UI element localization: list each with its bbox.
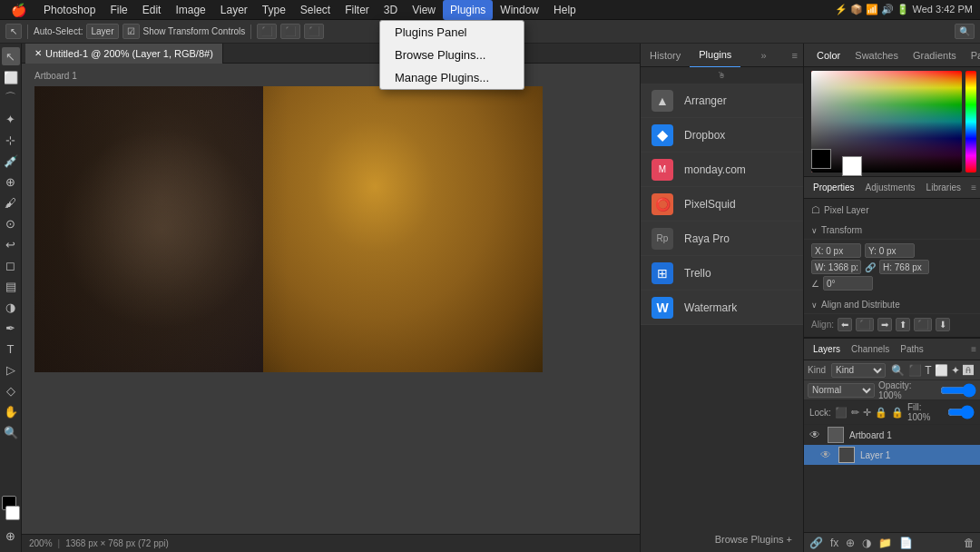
lock-position-icon[interactable]: ✛ [863, 407, 871, 419]
menu-help[interactable]: Help [546, 0, 583, 20]
transform-section[interactable]: Transform [804, 222, 980, 240]
w-input[interactable] [811, 260, 861, 274]
layers-panel-menu[interactable]: ≡ [971, 344, 976, 354]
layer1-visibility-icon[interactable]: 👁 [820, 448, 833, 461]
menu-window[interactable]: Window [493, 0, 546, 20]
menu-edit[interactable]: Edit [135, 0, 169, 20]
history-tab[interactable]: History [641, 44, 690, 67]
align-right[interactable]: ⬛ [304, 24, 324, 39]
canvas-inner[interactable]: Artboard 1 [22, 64, 640, 534]
blend-mode-select[interactable]: Normal [808, 383, 875, 398]
tool-hand[interactable]: ✋ [2, 402, 20, 420]
menu-plugins[interactable]: Plugins [443, 0, 493, 20]
plugins-tab[interactable]: Plugins [690, 44, 740, 68]
color-tab[interactable]: Color [809, 44, 848, 67]
layers-tab[interactable]: Layers [808, 339, 846, 360]
paths-tab[interactable]: Paths [895, 339, 929, 360]
align-bottom-btn[interactable]: ⬇ [936, 318, 950, 331]
align-top-btn[interactable]: ⬆ [896, 318, 910, 331]
lock-pixels-icon[interactable]: ✏ [851, 407, 859, 419]
toolbar-move-icon[interactable]: ↖ [5, 24, 22, 39]
canvas-tab[interactable]: ✕ Untitled-1 @ 200% (Layer 1, RGB/8#) [25, 44, 223, 64]
gradients-tab[interactable]: Gradients [906, 44, 964, 67]
new-group-icon[interactable]: 📁 [878, 537, 892, 549]
search-layers-icon[interactable]: 🔍 [891, 364, 905, 377]
menu-select[interactable]: Select [293, 0, 338, 20]
y-input[interactable] [865, 243, 915, 258]
tool-pen[interactable]: ✒ [2, 319, 20, 337]
fill-slider[interactable] [947, 407, 975, 418]
align-center-v-btn[interactable]: ⬛ [914, 318, 932, 331]
apple-menu[interactable]: 🍎 [0, 3, 36, 17]
props-panel-menu[interactable]: ≡ [971, 182, 976, 192]
background-swatch[interactable] [842, 156, 862, 176]
color-spectrum[interactable] [965, 71, 976, 172]
align-left[interactable]: ⬛ [257, 24, 277, 39]
tool-crop[interactable]: ⊹ [2, 131, 20, 149]
channels-tab[interactable]: Channels [846, 339, 895, 360]
tool-lasso[interactable]: ⌒ [2, 89, 20, 107]
tool-zoom[interactable]: 🔍 [2, 423, 20, 441]
align-section[interactable]: Align and Distribute [804, 296, 980, 314]
align-left-btn[interactable]: ⬅ [838, 318, 852, 331]
properties-tab[interactable]: Properties [808, 177, 860, 199]
plugin-rayapro[interactable]: Rp Raya Pro [641, 222, 803, 256]
artboard-visibility-icon[interactable]: 👁 [809, 429, 822, 441]
tool-gradient[interactable]: ▤ [2, 277, 20, 295]
tool-eraser[interactable]: ◻ [2, 256, 20, 274]
libraries-tab[interactable]: Libraries [921, 177, 966, 199]
menu-image[interactable]: Image [168, 0, 212, 20]
tab-close[interactable]: ✕ [34, 48, 42, 58]
tool-move[interactable]: ↖ [2, 47, 20, 65]
plugin-monday[interactable]: M monday.com [641, 153, 803, 187]
link-layers-icon[interactable]: 🔗 [809, 537, 823, 549]
add-mask-icon[interactable]: ⊕ [846, 537, 855, 549]
lock-transparent-icon[interactable]: ⬛ [835, 407, 848, 419]
align-right-btn[interactable]: ➡ [877, 318, 892, 331]
opacity-slider[interactable] [940, 385, 976, 396]
new-layer-icon[interactable]: 📄 [899, 537, 913, 549]
align-center[interactable]: ⬛ [280, 24, 300, 39]
tool-select-rect[interactable]: ⬜ [2, 68, 20, 86]
menu-photoshop[interactable]: Photoshop [36, 0, 103, 20]
menu-type[interactable]: Type [255, 0, 293, 20]
search-icon[interactable]: 🔍 [955, 24, 975, 39]
tool-text[interactable]: T [2, 340, 20, 358]
tool-eyedropper[interactable]: 💉 [2, 152, 20, 170]
panel-close-icon[interactable]: ≡ [787, 50, 803, 61]
align-center-h-btn[interactable]: ⬛ [856, 318, 874, 331]
lock-all-icon[interactable]: 🔒 [891, 407, 904, 419]
swatches-tab[interactable]: Swatches [848, 44, 906, 67]
layer1-row[interactable]: 👁 Layer 1 [804, 445, 980, 465]
adjustments-tab[interactable]: Adjustments [860, 177, 921, 199]
link-icon[interactable]: 🔗 [865, 262, 876, 272]
artboard-layer-row[interactable]: 👁 Artboard 1 [804, 425, 980, 445]
manage-plugins-item[interactable]: Manage Plugins... [380, 66, 524, 89]
menu-view[interactable]: View [405, 0, 443, 20]
plugin-trello[interactable]: ⊞ Trello [641, 256, 803, 291]
tool-heal[interactable]: ⊕ [2, 172, 20, 191]
background-color[interactable] [5, 506, 20, 520]
browse-plugins-btn[interactable]: Browse Plugins + [652, 534, 792, 545]
h-input[interactable] [879, 260, 929, 274]
plugin-pixelsquid[interactable]: ⭕ PixelSquid [641, 187, 803, 222]
lock-artboard-icon[interactable]: 🔒 [875, 407, 887, 419]
menu-3d[interactable]: 3D [377, 0, 405, 20]
tool-brush[interactable]: 🖌 [2, 193, 20, 212]
menu-layer[interactable]: Layer [213, 0, 255, 20]
tool-stamp[interactable]: ⊙ [2, 214, 20, 232]
add-style-icon[interactable]: fx [830, 537, 838, 549]
layer-select[interactable]: Layer [86, 24, 118, 39]
angle-input[interactable] [823, 276, 873, 291]
layer-filter-icons[interactable]: ⬛ T ⬜ ✦ 🅰 [908, 364, 974, 377]
kind-select[interactable]: Kind [831, 363, 886, 378]
color-gradient[interactable] [804, 67, 980, 176]
tool-dodge[interactable]: ◑ [2, 298, 20, 316]
patterns-tab[interactable]: Patterns [964, 44, 980, 67]
plugin-arranger[interactable]: ▲ Arranger [641, 84, 803, 118]
quick-mask[interactable]: ⊕ [2, 527, 20, 545]
tool-magic-wand[interactable]: ✦ [2, 110, 20, 128]
tool-history-brush[interactable]: ↩ [2, 235, 20, 253]
menu-file[interactable]: File [103, 0, 134, 20]
tool-shape[interactable]: ◇ [2, 381, 20, 399]
